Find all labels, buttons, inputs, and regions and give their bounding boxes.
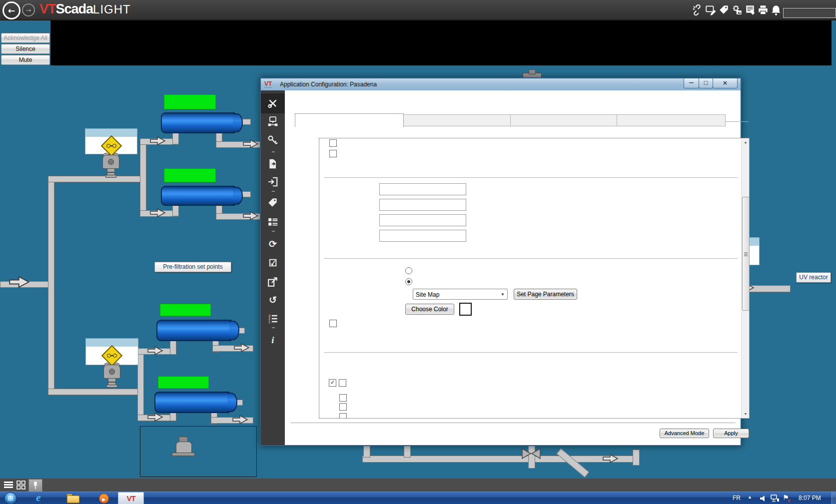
advanced-mode-button[interactable]: Advanced Mode — [660, 429, 709, 438]
screen-edit-icon[interactable] — [705, 4, 716, 15]
tag-icon[interactable] — [719, 4, 730, 15]
info-tab[interactable]: i — [261, 330, 285, 350]
back-button[interactable]: ← — [2, 1, 20, 19]
uv-reactor-button[interactable]: UV reactor — [796, 272, 831, 283]
minimize-button[interactable]: — — [684, 78, 699, 88]
forward-icon: → — [26, 7, 31, 13]
set-page-parameters-button[interactable]: Set Page Parameters — [514, 289, 577, 300]
tab-2[interactable] — [403, 114, 511, 126]
scrollbar-thumb[interactable] — [742, 197, 750, 311]
speaker-icon[interactable] — [760, 495, 768, 502]
list-blocks-tab[interactable] — [261, 212, 285, 232]
media-player-icon[interactable]: ▶ — [99, 494, 109, 504]
choose-color-button[interactable]: Choose Color — [405, 304, 454, 315]
network-tab[interactable] — [261, 111, 285, 131]
silence-button[interactable]: Silence — [1, 44, 50, 54]
filter-tank-4[interactable] — [154, 392, 229, 413]
flow-arrow-icon — [150, 136, 166, 146]
tab-4[interactable] — [617, 114, 726, 126]
svg-text:1: 1 — [268, 320, 270, 324]
workspace-strip — [0, 479, 836, 492]
maximize-button[interactable]: □ — [699, 78, 713, 88]
refresh-tab[interactable]: ⟳ — [261, 234, 285, 254]
windows-icon: ⊞ — [8, 495, 13, 502]
filter-tank-2-cap — [233, 187, 243, 205]
option-checkbox-1[interactable] — [329, 139, 337, 147]
pipe — [48, 389, 144, 395]
import-tab[interactable] — [261, 172, 285, 192]
printer-icon[interactable] — [758, 4, 769, 15]
option-checkbox-6[interactable] — [339, 394, 347, 402]
pipe — [557, 449, 590, 478]
valve-icon — [521, 448, 541, 460]
internet-explorer-icon[interactable]: e — [36, 491, 41, 504]
export-tab[interactable] — [261, 272, 285, 292]
prefiltration-setpoints-button[interactable]: Pre-filtration set points — [154, 262, 231, 272]
undo-tab[interactable]: ↺ — [261, 290, 285, 310]
toolbar-separator — [272, 327, 275, 328]
option-checkbox-2[interactable] — [329, 150, 337, 157]
numbered-list-tab[interactable]: 321 — [261, 309, 285, 329]
section-separator — [324, 258, 738, 259]
dialog-title-bar[interactable]: VT Application Configuration: Pasadena — [261, 78, 741, 91]
language-indicator[interactable]: FR — [733, 495, 741, 502]
mute-button[interactable]: Mute — [1, 55, 50, 65]
config-text-input-4[interactable] — [379, 230, 466, 242]
config-text-input-3[interactable] — [379, 214, 466, 226]
start-page-dropdown[interactable]: Site Map ▼ — [413, 289, 508, 300]
option-checkbox-5[interactable] — [339, 379, 346, 387]
flow-arrow-icon — [603, 454, 619, 464]
broken-link-icon[interactable] — [692, 4, 703, 15]
pump-stem — [106, 385, 117, 388]
undo-icon: ↺ — [269, 294, 277, 306]
start-button[interactable]: ⊞ — [4, 492, 17, 504]
scroll-down-icon[interactable]: ▼ — [742, 410, 750, 418]
status-green-filter-3 — [160, 304, 211, 316]
clock[interactable]: 8:07 PM — [799, 495, 821, 502]
apply-button[interactable]: Apply — [713, 429, 749, 438]
tray-up-icon[interactable]: ▲ — [748, 495, 752, 500]
pin-button[interactable] — [28, 479, 42, 492]
topbar-search-input[interactable] — [783, 8, 836, 18]
filter-tank-2[interactable] — [161, 186, 235, 206]
logo-light: LIGHT — [93, 2, 131, 16]
page-export-tab[interactable] — [261, 154, 285, 174]
forward-button[interactable]: → — [22, 3, 35, 16]
tasks-tab[interactable]: ☑ — [261, 253, 285, 273]
security-tab[interactable] — [261, 130, 285, 150]
bottom-pump-base — [172, 453, 195, 456]
close-button[interactable]: × — [713, 78, 738, 88]
network-icon[interactable] — [771, 495, 780, 503]
bottom-pump[interactable] — [176, 442, 192, 453]
tags-tab[interactable] — [261, 193, 285, 213]
filter-tank-1[interactable] — [161, 112, 235, 133]
option-checkbox-3[interactable] — [329, 320, 337, 327]
config-text-input-2[interactable] — [379, 199, 466, 211]
option-checkbox-8[interactable] — [339, 413, 347, 419]
tab-3[interactable] — [510, 114, 617, 126]
list-add-icon[interactable] — [745, 4, 756, 15]
acknowledge-all-button[interactable]: Acknowledge All — [1, 33, 50, 43]
pump-hub — [109, 369, 115, 375]
dialog-title: Application Configuration: Pasadena — [280, 81, 377, 88]
color-swatch[interactable] — [459, 303, 472, 316]
option-checkbox-4-checked[interactable]: ✓ — [329, 379, 336, 387]
gear-image-icon[interactable] — [732, 4, 743, 15]
bell-icon[interactable] — [771, 4, 782, 15]
filter-tank-3[interactable] — [156, 320, 231, 341]
pin-icon — [32, 481, 39, 490]
logo-scada: Scada — [56, 1, 93, 16]
show-desktop-button[interactable] — [832, 492, 836, 504]
logo-vt: VT — [39, 1, 56, 16]
tasks-icon: ☑ — [268, 257, 277, 269]
config-text-input-1[interactable] — [379, 183, 466, 195]
start-page-radio-1[interactable] — [405, 267, 412, 274]
option-checkbox-7[interactable] — [339, 403, 347, 411]
scroll-up-icon[interactable]: ▲ — [742, 138, 750, 146]
tab-1-selected[interactable] — [295, 113, 404, 127]
footer-separator — [291, 423, 736, 423]
tools-tab[interactable] — [261, 93, 285, 113]
vtscada-taskbar-button[interactable]: VT — [118, 492, 144, 504]
start-page-radio-2-selected[interactable] — [405, 278, 412, 285]
vertical-scrollbar[interactable]: ▲ ▼ — [741, 138, 750, 418]
